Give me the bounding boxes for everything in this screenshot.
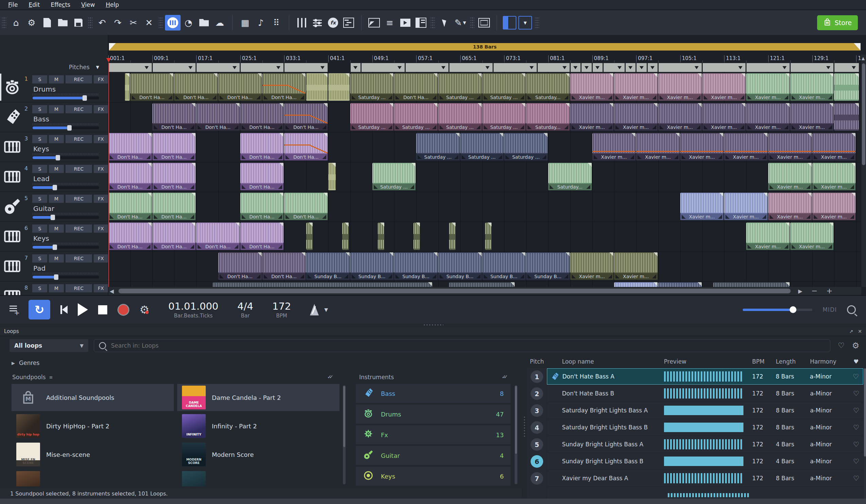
piano-roll-icon[interactable] <box>341 15 356 31</box>
clip-sundayb[interactable]: Sunday B... <box>394 252 437 280</box>
clip-dontha[interactable]: Don't Ha... <box>196 222 240 250</box>
loop-row-partial[interactable] <box>547 487 863 499</box>
tempo-display[interactable]: 172 BPM <box>272 300 291 319</box>
track-3-s-button[interactable]: S <box>32 135 47 144</box>
clip[interactable] <box>834 103 859 130</box>
track-6-m-button[interactable]: M <box>48 224 64 233</box>
clip-sundayb[interactable]: Sunday B... <box>438 252 482 280</box>
clip-saturday[interactable]: Saturday ... <box>416 133 460 160</box>
track-7-s-button[interactable]: S <box>32 254 47 263</box>
redo-icon[interactable]: ↷ <box>110 15 126 31</box>
track-8-rec-button[interactable]: REC <box>65 284 92 293</box>
track-5-rec-button[interactable]: REC <box>65 194 92 203</box>
clip-xavierm[interactable]: Xavier m... <box>570 252 614 280</box>
loop-row[interactable]: Saturday Bright Lights Bass A1728 Barsa-… <box>547 402 863 419</box>
close-panel-icon[interactable]: ✕ <box>858 329 862 334</box>
volume-knob[interactable] <box>82 95 87 101</box>
hscroll-thumb[interactable] <box>119 289 791 294</box>
toolbar-grip-handle[interactable] <box>470 17 474 28</box>
menu-help[interactable]: Help <box>101 1 124 8</box>
loop-waveform-preview[interactable] <box>664 438 743 450</box>
favorite-heart-icon[interactable]: ♡ <box>848 373 863 380</box>
stop-button[interactable] <box>98 305 107 314</box>
track-3-fx-button[interactable]: FX <box>93 135 108 144</box>
volume-knob[interactable] <box>56 155 60 160</box>
monitor-icon[interactable] <box>476 15 492 31</box>
clip-saturday[interactable]: Saturday ... <box>438 103 482 130</box>
toolbar-grip-handle[interactable] <box>535 17 539 28</box>
clip[interactable] <box>306 73 327 101</box>
toolbar-grip-handle[interactable] <box>88 17 92 28</box>
clip-dontha[interactable]: Don't Ha... <box>240 103 284 130</box>
menu-edit[interactable]: Edit <box>24 1 44 8</box>
song-part-block[interactable] <box>570 63 581 72</box>
track-header-lead[interactable]: 4SMRECFXLead <box>0 162 108 192</box>
clip-xavierm[interactable]: Xavier m... <box>768 193 812 220</box>
undo-icon[interactable]: ↶ <box>95 15 110 31</box>
clip[interactable] <box>125 73 130 101</box>
clip-saturday[interactable]: Saturday ... <box>350 103 394 130</box>
track-3-m-button[interactable]: M <box>48 135 64 144</box>
clip-dontha[interactable]: Don't Ha... <box>394 73 437 101</box>
col-harmony[interactable]: Harmony <box>810 358 849 365</box>
grid-icon[interactable]: ⠿ <box>268 15 284 31</box>
loop-table-scrollbar[interactable] <box>864 368 866 499</box>
track-header-keys[interactable]: 6SMRECFXKeys <box>0 221 108 252</box>
zoom-out-button[interactable]: − <box>811 289 818 293</box>
track-name[interactable]: Lead <box>33 175 49 183</box>
loop-row[interactable]: Xavier my Dear Bass A1728 Barsa-Minor♡ <box>547 470 863 486</box>
menu-view[interactable]: View <box>76 1 99 8</box>
track-lane-5[interactable]: Don't Ha...Don't Ha...Don't Ha...Don't H… <box>108 192 861 222</box>
clip-xavierm[interactable]: Xavier m... <box>724 133 768 160</box>
clip-dontha[interactable]: Don't Ha... <box>153 222 196 250</box>
song-part-block[interactable] <box>592 63 603 72</box>
track-2-s-button[interactable]: S <box>32 105 47 114</box>
clip[interactable] <box>306 222 313 250</box>
volume-knob[interactable] <box>790 306 796 313</box>
soundpool-item[interactable]: MISE EN SCENEMise-en-scene <box>12 441 174 468</box>
song-part-block[interactable] <box>834 63 859 72</box>
clip-xavierm[interactable]: Xavier m... <box>636 133 680 160</box>
clip-dontha[interactable]: Don't Ha... <box>218 73 262 101</box>
track-name[interactable]: Pad <box>33 264 45 272</box>
delete-icon[interactable]: ✕ <box>141 15 157 31</box>
clip-saturday[interactable]: Saturday... <box>548 163 592 190</box>
song-part-block[interactable] <box>196 63 240 72</box>
menu-effects[interactable]: Effects <box>46 1 75 8</box>
loop-row[interactable]: Don't Hate Bass A1728 Barsa-Minor♡ <box>547 368 863 385</box>
clip-xavierm[interactable]: Xavier m... <box>768 163 812 190</box>
track-8-m-button[interactable]: M <box>48 284 64 293</box>
master-volume-slider[interactable] <box>743 309 812 311</box>
song-part-block[interactable] <box>449 63 493 72</box>
pitch-button-6[interactable]: 6 <box>531 455 543 468</box>
loop-row[interactable]: Don't Hate Bass B1728 Barsa-Minor♡ <box>547 385 863 402</box>
soundpool-item[interactable]: MODERN SCOREModern Score <box>177 441 340 468</box>
cut-icon[interactable]: ✂ <box>126 15 141 31</box>
loop-category-dropdown[interactable]: All loops ▼ <box>10 339 88 352</box>
soundpool-item[interactable]: INFINITYInfinity - Part 2 <box>177 412 340 439</box>
favorite-heart-icon[interactable]: ♡ <box>849 440 863 448</box>
clip-xavierm[interactable]: Xavier m... <box>680 133 724 160</box>
instrument-filter-keys[interactable]: Keys6 <box>356 467 511 486</box>
song-part-block[interactable] <box>658 63 702 72</box>
zoom-in-button[interactable]: + <box>826 289 832 293</box>
clip-saturday[interactable]: Saturday ... <box>482 73 526 101</box>
clip-xavierm[interactable]: Xavier m... <box>614 252 657 280</box>
song-part-block[interactable] <box>537 63 570 72</box>
clip-dontha[interactable]: Don't Ha... <box>153 163 196 190</box>
pitch-button-2[interactable]: 2 <box>531 387 543 400</box>
track-4-fx-button[interactable]: FX <box>93 164 108 173</box>
song-part-block[interactable] <box>625 63 636 72</box>
track-lane-4[interactable]: Don't Ha...Don't Ha...Don't Ha...Saturda… <box>108 162 861 192</box>
col-length[interactable]: Length <box>776 358 810 365</box>
clip-xavierm[interactable]: Xavier m... <box>812 193 856 220</box>
track-name[interactable]: Drums <box>33 85 56 93</box>
song-part-row[interactable] <box>108 63 861 72</box>
song-part-block[interactable] <box>108 63 152 72</box>
clip-xavierm[interactable]: Xavier m... <box>680 193 724 220</box>
undock-panel-icon[interactable]: ↗ <box>850 329 853 334</box>
sort-icon[interactable]: ≡ <box>49 375 53 380</box>
open-project-icon[interactable] <box>55 15 70 31</box>
select-all-instruments-icon[interactable]: ✓✓ <box>502 374 506 380</box>
loop-waveform-preview[interactable] <box>664 404 743 416</box>
